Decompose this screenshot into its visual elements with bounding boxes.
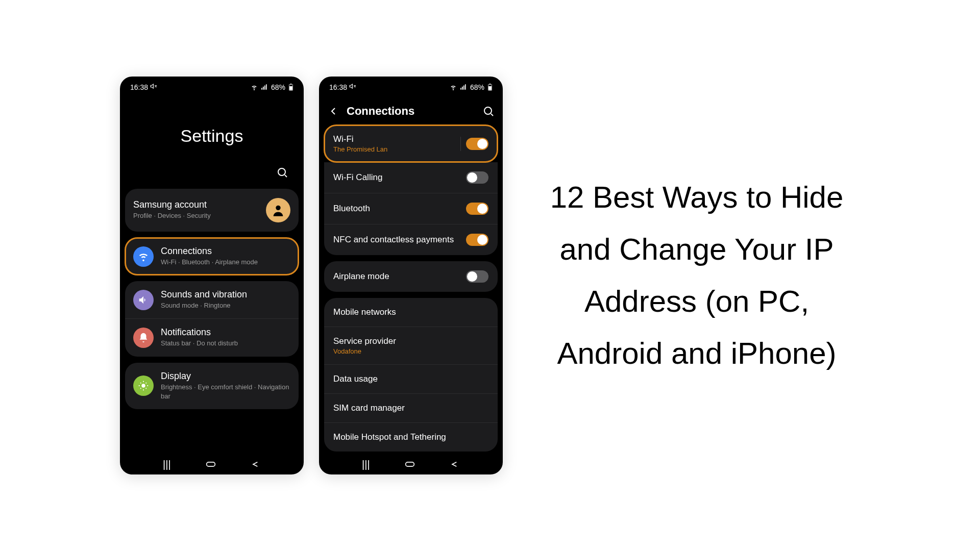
nfc-toggle[interactable] bbox=[466, 234, 488, 246]
svg-point-10 bbox=[484, 107, 492, 114]
svg-point-5 bbox=[141, 384, 145, 388]
brightness-icon bbox=[133, 375, 154, 396]
bluetooth-row[interactable]: Bluetooth bbox=[324, 193, 498, 224]
signal-icon bbox=[261, 84, 268, 91]
recents-button[interactable]: ||| bbox=[362, 459, 370, 469]
battery-icon bbox=[288, 84, 293, 91]
svg-point-3 bbox=[278, 168, 285, 176]
airplane-toggle[interactable] bbox=[466, 270, 488, 283]
mobile-networks-row[interactable]: Mobile networks bbox=[324, 298, 498, 327]
svg-rect-8 bbox=[488, 86, 492, 90]
home-button[interactable] bbox=[206, 459, 216, 469]
status-right: 68% bbox=[251, 83, 293, 91]
nav-bar: ||| bbox=[120, 459, 304, 474]
connections-phone: 16:38 68% bbox=[319, 77, 503, 474]
back-button[interactable] bbox=[450, 459, 460, 469]
row-title: Service provider bbox=[333, 336, 488, 346]
battery-text: 68% bbox=[470, 83, 484, 91]
airplane-row[interactable]: Airplane mode bbox=[324, 261, 498, 292]
status-time: 16:38 bbox=[130, 83, 148, 91]
row-sub: Brightness · Eye comfort shield · Naviga… bbox=[161, 383, 290, 401]
settings-phone: 16:38 68% bbox=[120, 77, 304, 474]
notifications-row[interactable]: Notifications Status bar · Do not distur… bbox=[125, 319, 299, 356]
row-title: Data usage bbox=[333, 374, 488, 384]
page-title: Settings bbox=[120, 95, 304, 166]
search-icon[interactable] bbox=[482, 105, 495, 117]
svg-rect-1 bbox=[289, 86, 292, 90]
recents-button[interactable]: ||| bbox=[163, 459, 171, 469]
account-title: Samsung account bbox=[133, 199, 259, 210]
service-provider-row[interactable]: Service provider Vodafone bbox=[324, 327, 498, 365]
status-bar: 16:38 68% bbox=[319, 77, 503, 95]
hotspot-row[interactable]: Mobile Hotspot and Tethering bbox=[324, 423, 498, 452]
bell-icon bbox=[133, 328, 154, 348]
nfc-row[interactable]: NFC and contactless payments bbox=[324, 224, 498, 255]
mobile-group: Mobile networks Service provider Vodafon… bbox=[324, 298, 498, 452]
row-sub: Status bar · Do not disturb bbox=[161, 339, 290, 348]
airplane-card: Airplane mode bbox=[324, 261, 498, 292]
article-headline: 12 Best Ways to Hide and Change Your IP … bbox=[533, 171, 860, 380]
wifi-calling-toggle[interactable] bbox=[466, 171, 488, 184]
provider-name: Vodafone bbox=[333, 347, 488, 355]
battery-icon bbox=[487, 84, 493, 91]
battery-text: 68% bbox=[271, 83, 285, 91]
row-title: Notifications bbox=[161, 327, 290, 338]
avatar[interactable] bbox=[266, 198, 290, 222]
row-title: Airplane mode bbox=[333, 271, 466, 282]
row-title: Mobile networks bbox=[333, 307, 488, 317]
connections-card[interactable]: Connections Wi-Fi · Bluetooth · Airplane… bbox=[125, 238, 299, 275]
network-group-1: Wi-Fi Calling Bluetooth NFC and contactl… bbox=[324, 162, 498, 255]
row-title: NFC and contactless payments bbox=[333, 235, 466, 245]
account-sub: Profile · Devices · Security bbox=[133, 211, 259, 220]
svg-rect-11 bbox=[405, 462, 414, 466]
sound-icon bbox=[133, 290, 154, 310]
status-time: 16:38 bbox=[329, 83, 347, 91]
settings-group-card: Sounds and vibration Sound mode · Ringto… bbox=[125, 281, 299, 356]
signal-icon bbox=[460, 84, 467, 91]
home-button[interactable] bbox=[405, 459, 415, 469]
wifi-network-name: The Promised Lan bbox=[333, 145, 460, 153]
bluetooth-toggle[interactable] bbox=[466, 203, 488, 215]
row-sub: Wi-Fi · Bluetooth · Airplane mode bbox=[161, 258, 290, 267]
row-title: SIM card manager bbox=[333, 403, 488, 413]
account-card[interactable]: Samsung account Profile · Devices · Secu… bbox=[125, 189, 299, 232]
search-icon[interactable] bbox=[276, 166, 288, 179]
row-title: Sounds and vibration bbox=[161, 289, 290, 300]
wifi-toggle[interactable] bbox=[466, 138, 488, 150]
status-left: 16:38 bbox=[329, 83, 356, 91]
row-title: Display bbox=[161, 371, 290, 382]
nav-bar: ||| bbox=[319, 459, 503, 474]
status-bar: 16:38 68% bbox=[120, 77, 304, 95]
wifi-calling-row[interactable]: Wi-Fi Calling bbox=[324, 162, 498, 193]
svg-rect-2 bbox=[290, 84, 292, 84]
wifi-icon bbox=[251, 84, 258, 91]
wifi-title: Wi-Fi bbox=[333, 134, 460, 144]
svg-point-4 bbox=[276, 206, 280, 210]
mute-icon bbox=[150, 83, 157, 90]
connections-header: Connections bbox=[319, 95, 503, 125]
status-left: 16:38 bbox=[130, 83, 157, 91]
row-sub: Sound mode · Ringtone bbox=[161, 301, 290, 310]
row-title: Bluetooth bbox=[333, 204, 466, 214]
mute-icon bbox=[349, 83, 356, 90]
wifi-row[interactable]: Wi-Fi The Promised Lan bbox=[324, 125, 498, 162]
svg-rect-9 bbox=[489, 84, 491, 84]
data-usage-row[interactable]: Data usage bbox=[324, 365, 498, 394]
sounds-row[interactable]: Sounds and vibration Sound mode · Ringto… bbox=[125, 281, 299, 319]
back-button[interactable] bbox=[251, 459, 261, 469]
row-title: Mobile Hotspot and Tethering bbox=[333, 432, 488, 442]
svg-rect-6 bbox=[206, 462, 215, 466]
row-title: Wi-Fi Calling bbox=[333, 172, 466, 183]
divider bbox=[460, 137, 461, 151]
display-card: Display Brightness · Eye comfort shield … bbox=[125, 363, 299, 409]
sim-manager-row[interactable]: SIM card manager bbox=[324, 394, 498, 423]
wifi-card: Wi-Fi The Promised Lan bbox=[324, 125, 498, 162]
row-title: Connections bbox=[161, 246, 290, 257]
back-icon[interactable] bbox=[327, 105, 339, 117]
connections-title: Connections bbox=[347, 105, 475, 118]
wifi-icon bbox=[450, 84, 457, 91]
display-row[interactable]: Display Brightness · Eye comfort shield … bbox=[125, 363, 299, 409]
wifi-circle-icon bbox=[133, 246, 154, 267]
status-right: 68% bbox=[450, 83, 493, 91]
